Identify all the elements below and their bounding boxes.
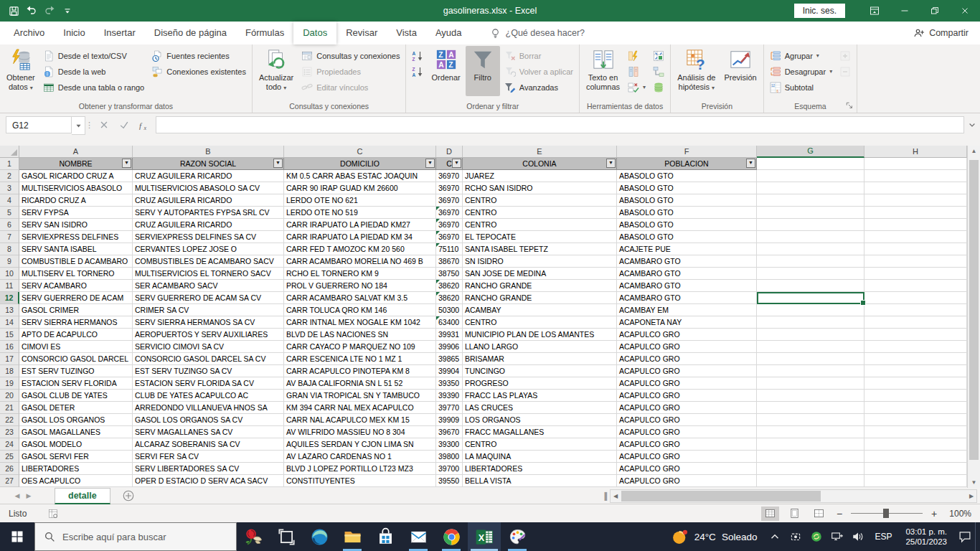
cell[interactable]: ACAPULCO GRO: [617, 414, 757, 426]
ordenar-button[interactable]: ZAAZOrdenar: [428, 46, 463, 96]
cell[interactable]: MULTISERV EL TORNERO: [19, 268, 133, 280]
row-header-12[interactable]: 12: [0, 292, 19, 304]
cell[interactable]: 39300: [436, 438, 463, 451]
avanzadas-button[interactable]: Avanzadas: [501, 80, 576, 95]
actualizar-todo-button[interactable]: Actualizartodo ▾: [255, 46, 297, 96]
row-header-5[interactable]: 5: [0, 207, 19, 219]
cell[interactable]: ACAPULCO GRO: [617, 463, 757, 475]
vertical-scroll-thumb[interactable]: [969, 160, 979, 460]
cell[interactable]: [864, 304, 967, 316]
cell[interactable]: [757, 207, 864, 219]
cell[interactable]: BRISAMAR: [463, 353, 617, 365]
cell[interactable]: MULTISERVICIOS ABASOLO: [19, 182, 133, 194]
cell[interactable]: ACAJETE PUE: [617, 243, 757, 255]
cell[interactable]: COMBUSTIBLE D ACAMBARO: [19, 255, 133, 268]
cell[interactable]: 36970: [436, 170, 463, 182]
remove-duplicates-icon-button[interactable]: [625, 64, 649, 79]
cell[interactable]: FRACC MAGALLANES: [463, 426, 617, 438]
cell[interactable]: MULTISERVICIOS ABASOLO SA CV: [133, 182, 284, 194]
sort-az-icon-button[interactable]: AZ: [409, 48, 426, 63]
sign-in-button[interactable]: Inic. ses.: [794, 4, 845, 18]
show-desktop-button[interactable]: [975, 522, 980, 551]
cell[interactable]: [757, 341, 864, 353]
ribbon-tab-inicio[interactable]: Inicio: [54, 22, 94, 44]
display-network-icon[interactable]: [826, 522, 847, 551]
cell[interactable]: [864, 451, 967, 463]
cell[interactable]: MUNICIPIO PLAN DE LOS AMANTES: [463, 329, 617, 341]
weather-widget[interactable]: 24°C Soleado: [664, 528, 765, 546]
expand-formula-bar-icon[interactable]: [964, 116, 980, 133]
cell[interactable]: LIBERTADORES: [463, 463, 617, 475]
ribbon-tab-archivo[interactable]: Archivo: [4, 22, 54, 44]
taskbar-clock[interactable]: 03:01 p. m. 25/01/2023: [898, 527, 954, 547]
cell[interactable]: ACAMBARO GTO: [617, 292, 757, 304]
filter-header-nombre[interactable]: NOMBRE▼: [19, 158, 133, 170]
filter-dropdown-icon[interactable]: ▼: [606, 159, 616, 168]
scroll-up-icon[interactable]: ▲: [968, 146, 980, 156]
cell[interactable]: [864, 426, 967, 438]
filter-dropdown-icon[interactable]: ▼: [273, 159, 283, 168]
cell[interactable]: [864, 207, 967, 219]
taskbar-search-input[interactable]: Escribe aquí para buscar: [34, 522, 237, 551]
cell[interactable]: LERDO OTE NO 519: [284, 207, 436, 219]
cell[interactable]: [864, 219, 967, 231]
cell[interactable]: 39865: [436, 353, 463, 365]
cell[interactable]: JUAREZ: [463, 170, 617, 182]
chrome-icon[interactable]: [435, 522, 468, 551]
column-header-d[interactable]: D: [436, 146, 463, 158]
cell[interactable]: [864, 158, 967, 170]
cell[interactable]: CARR CAYACO P MARQUEZ NO 109: [284, 341, 436, 353]
cell[interactable]: CRUZ AGUILERA RICARDO: [133, 194, 284, 207]
cell[interactable]: BLVD DE LAS NACIONES SN: [284, 329, 436, 341]
cell[interactable]: CLUB DE YATES ACAPULCO AC: [133, 390, 284, 402]
cell[interactable]: CENTRO: [463, 219, 617, 231]
horizontal-scroll-thumb[interactable]: [621, 491, 821, 501]
cell[interactable]: ABASOLO GTO: [617, 207, 757, 219]
ribbon-display-options-icon[interactable]: [859, 0, 890, 22]
cell[interactable]: [757, 219, 864, 231]
desde-una-tabla-o-rango-button[interactable]: Desde una tabla o rango: [40, 80, 147, 95]
cell[interactable]: CARR ACAPULCO PINOTEPA KM 8: [284, 365, 436, 377]
cell[interactable]: GASOL LOS ORGANOS: [19, 414, 133, 426]
cell[interactable]: [864, 194, 967, 207]
row-header-2[interactable]: 2: [0, 170, 19, 182]
row-header-14[interactable]: 14: [0, 316, 19, 329]
cell[interactable]: 36970: [436, 231, 463, 243]
cell[interactable]: [864, 231, 967, 243]
language-indicator[interactable]: ESP: [868, 532, 898, 542]
cell[interactable]: 38620: [436, 280, 463, 292]
cell[interactable]: LIBERTADORES: [19, 463, 133, 475]
cell[interactable]: 36970: [436, 194, 463, 207]
cell[interactable]: ACAPULCO GRO: [617, 402, 757, 414]
cell[interactable]: LAS CRUCES: [463, 402, 617, 414]
cell[interactable]: SERVIEXPRESS DELFINES: [19, 231, 133, 243]
cell[interactable]: [864, 402, 967, 414]
cell[interactable]: 38750: [436, 268, 463, 280]
cell[interactable]: ACAPULCO GRO: [617, 329, 757, 341]
formula-input[interactable]: [156, 116, 964, 133]
cell[interactable]: SERV GUERRERO DE ACAM SA CV: [133, 292, 284, 304]
cell[interactable]: [757, 426, 864, 438]
filter-dropdown-icon[interactable]: ▼: [452, 159, 461, 168]
column-header-h[interactable]: H: [864, 146, 967, 158]
horizontal-scrollbar[interactable]: ◀ ▶: [610, 489, 977, 503]
cell[interactable]: CARR INTNAL MEX NOGALE KM 1042: [284, 316, 436, 329]
cell[interactable]: GASOL CRIMER: [19, 304, 133, 316]
cell[interactable]: [757, 390, 864, 402]
cell[interactable]: ACAPULCO GRO: [617, 353, 757, 365]
cell[interactable]: [864, 463, 967, 475]
cell[interactable]: [864, 170, 967, 182]
cell[interactable]: [757, 316, 864, 329]
cell[interactable]: 39350: [436, 377, 463, 390]
cell[interactable]: 39909: [436, 414, 463, 426]
name-box-dropdown-icon[interactable]: [72, 116, 85, 135]
ribbon-tab-f-rmulas[interactable]: Fórmulas: [236, 22, 293, 44]
cell[interactable]: ACAMBAY: [463, 304, 617, 316]
cell[interactable]: ABASOLO GTO: [617, 231, 757, 243]
filter-header-razon-social[interactable]: RAZON SOCIAL▼: [133, 158, 284, 170]
cell[interactable]: CRIMER SA CV: [133, 304, 284, 316]
cell[interactable]: ESTACION SERV FLORIDA SA CV: [133, 377, 284, 390]
cell[interactable]: PROL V GUERRERO NO 184: [284, 280, 436, 292]
cell[interactable]: GASOL RICARDO CRUZ A: [19, 170, 133, 182]
tell-me-search[interactable]: ¿Qué desea hacer?: [490, 28, 585, 39]
